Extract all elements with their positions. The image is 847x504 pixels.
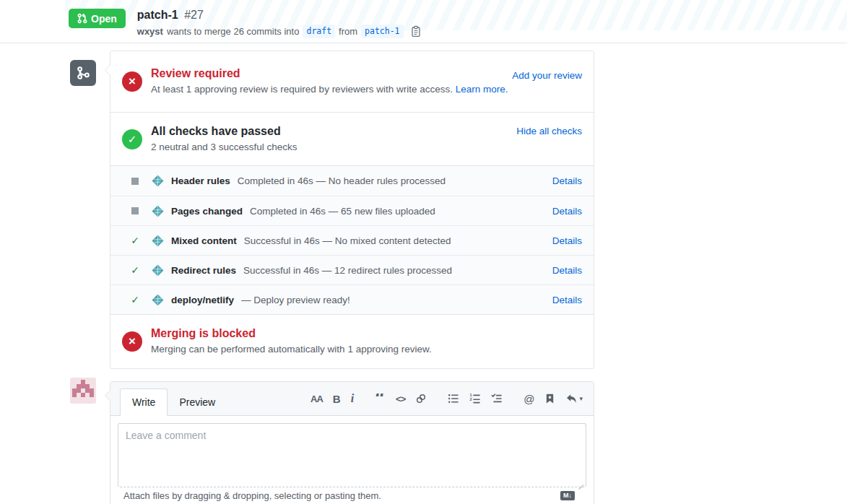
chevron-down-icon: ▾ [579, 395, 583, 402]
git-merge-timeline-badge [70, 60, 96, 86]
base-branch-label[interactable]: draft [303, 25, 335, 38]
identicon [70, 378, 96, 404]
netlify-icon [152, 205, 164, 217]
neutral-check-icon [129, 207, 142, 214]
success-check-icon: ✓ [129, 235, 142, 246]
checks-list: Header rules Completed in 46s — No heade… [110, 165, 594, 314]
pr-header: Open patch-1 #27 wxyst wants to merge 26… [69, 9, 422, 38]
text-size-icon[interactable]: AA [305, 394, 328, 404]
task-list-icon[interactable] [486, 393, 508, 404]
quote-icon[interactable]: “ [370, 394, 391, 404]
check-name: deploy/netlify [171, 295, 234, 305]
learn-more-link[interactable]: Learn more. [456, 84, 508, 95]
check-details-link[interactable]: Details [552, 295, 582, 305]
checks-summary-subtitle: 2 neutral and 3 successful checks [151, 141, 297, 155]
check-description: — Deploy preview ready! [241, 295, 350, 305]
svg-text:2: 2 [470, 397, 472, 401]
check-row: ✓ Redirect rules Successful in 46s — 12 … [110, 255, 594, 284]
check-description: Successful in 46s — No mixed content det… [244, 235, 451, 246]
user-avatar[interactable] [70, 378, 96, 404]
check-row: ✓ Mixed content Successful in 46s — No m… [110, 225, 594, 255]
pr-title: patch-1 #27 [137, 9, 422, 22]
check-description: Completed in 46s — No header rules proce… [238, 175, 446, 186]
merge-text: wants to merge 26 commits into [167, 26, 300, 37]
comment-header: Write Preview AA B i “ <> [110, 382, 594, 416]
saved-replies-icon[interactable] [539, 393, 560, 404]
check-details-link[interactable]: Details [552, 235, 582, 246]
mention-icon[interactable]: @ [518, 393, 539, 405]
head-branch-label[interactable]: patch-1 [361, 25, 403, 38]
reply-icon[interactable]: ▾ [560, 393, 588, 404]
check-details-link[interactable]: Details [552, 206, 582, 217]
ordered-list-icon[interactable]: 12 [464, 393, 486, 404]
tab-write[interactable]: Write [120, 388, 168, 416]
review-required-text: At least 1 approving review is required … [151, 84, 453, 95]
check-details-link[interactable]: Details [552, 265, 582, 276]
bold-icon[interactable]: B [328, 393, 346, 405]
check-name: Header rules [171, 175, 230, 186]
check-row: Header rules Completed in 46s — No heade… [110, 166, 594, 196]
copy-branch-button[interactable] [410, 25, 422, 38]
success-check-icon: ✓ [129, 264, 142, 276]
review-required-description: At least 1 approving review is required … [151, 83, 508, 97]
hide-all-checks-link[interactable]: Hide all checks [516, 126, 582, 136]
success-status-icon: ✓ [122, 129, 142, 149]
netlify-icon [152, 175, 164, 187]
comment-input[interactable] [118, 423, 586, 487]
failure-status-icon: × [122, 331, 142, 352]
git-pull-request-icon [77, 13, 87, 24]
merging-blocked-section: × Merging is blocked Merging can be perf… [110, 314, 594, 368]
git-merge-icon [76, 66, 90, 80]
review-required-section: × Review required At least 1 approving r… [110, 51, 594, 112]
merge-status-box: × Review required At least 1 approving r… [110, 51, 594, 369]
comment-body: Attach files by dragging & dropping, sel… [110, 416, 594, 504]
markdown-toolbar: AA B i “ <> 12 [305, 382, 588, 415]
pr-number: #27 [184, 9, 204, 21]
header-divider [0, 43, 847, 43]
netlify-icon [152, 264, 164, 277]
pr-state-badge: Open [69, 9, 126, 28]
pr-state-label: Open [91, 14, 117, 24]
check-name: Mixed content [171, 235, 237, 246]
pr-subtitle: wxyst wants to merge 26 commits into dra… [137, 25, 422, 38]
check-details-link[interactable]: Details [552, 175, 582, 186]
checks-summary-title: All checks have passed [151, 124, 297, 139]
clipboard-icon [410, 25, 422, 38]
unordered-list-icon[interactable] [443, 393, 464, 404]
netlify-icon [152, 294, 164, 306]
netlify-icon [152, 235, 164, 247]
attach-files-row[interactable]: Attach files by dragging & dropping, sel… [118, 487, 586, 501]
success-check-icon: ✓ [129, 294, 142, 305]
add-your-review-link[interactable]: Add your review [512, 70, 582, 81]
checks-summary-section: ✓ All checks have passed 2 neutral and 3… [110, 112, 594, 165]
check-name: Pages changed [171, 206, 243, 217]
code-icon[interactable]: <> [391, 394, 410, 404]
merge-text-from: from [339, 26, 357, 37]
failure-status-icon: × [122, 71, 142, 92]
check-description: Successful in 46s — 12 redirect rules pr… [243, 265, 452, 276]
merging-blocked-title: Merging is blocked [151, 326, 432, 341]
review-required-title: Review required [151, 66, 508, 81]
tab-preview[interactable]: Preview [168, 389, 227, 415]
check-description: Completed in 46s — 65 new files uploaded [250, 206, 435, 217]
check-row: Pages changed Completed in 46s — 65 new … [110, 196, 594, 225]
italic-icon[interactable]: i [346, 392, 359, 405]
check-row: ✓ deploy/netlify — Deploy preview ready!… [110, 284, 594, 314]
merging-blocked-description: Merging can be performed automatically w… [151, 343, 432, 357]
neutral-check-icon [129, 178, 142, 185]
comment-box: Write Preview AA B i “ <> [110, 381, 594, 504]
attach-hint-text: Attach files by dragging & dropping, sel… [123, 490, 381, 501]
check-name: Redirect rules [171, 265, 236, 276]
link-icon[interactable] [410, 393, 432, 404]
pr-title-text: patch-1 [137, 9, 178, 21]
markdown-icon[interactable]: M↓ [560, 491, 575, 501]
pr-author-link[interactable]: wxyst [137, 26, 163, 37]
